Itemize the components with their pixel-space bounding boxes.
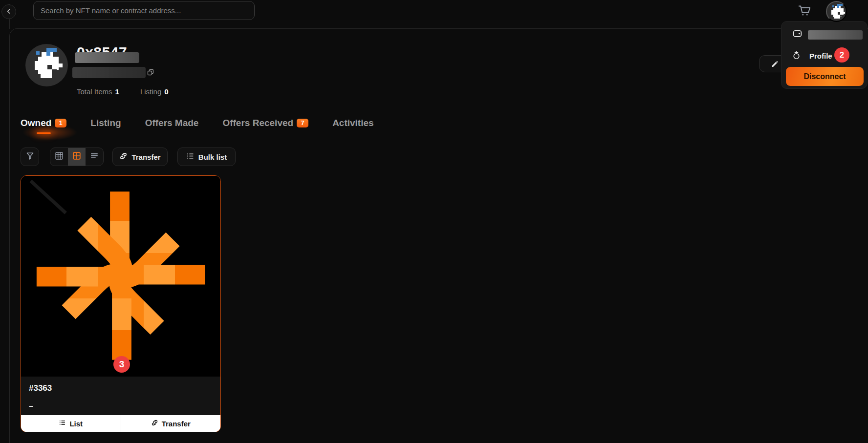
shopping-cart-icon (797, 12, 811, 20)
cart-button[interactable] (796, 3, 812, 20)
stat-value: 0 (164, 87, 168, 96)
transfer-button[interactable]: Transfer (112, 148, 168, 166)
profile-stats: Total Items1 Listing0 (77, 87, 169, 96)
tab-count-badge: 7 (297, 119, 308, 127)
tab-count-badge: 1 (55, 119, 66, 127)
view-large-grid-button[interactable] (68, 148, 86, 166)
view-list-button[interactable] (86, 148, 103, 166)
nft-price: – (29, 402, 213, 411)
stat-listing: Listing0 (140, 87, 169, 96)
stat-label: Total Items (77, 87, 112, 96)
tab-label: Listing (90, 118, 121, 128)
card-list-button[interactable]: List (21, 415, 121, 432)
profile-icon (793, 50, 802, 62)
nft-title: #3363 (29, 383, 213, 393)
active-tab-underline (37, 132, 51, 134)
profile-tabs: Owned 1 Listing Offers Made Offers Recei… (21, 118, 374, 128)
tab-label: Owned (21, 118, 51, 128)
nft-card-info: #3363 – (21, 377, 220, 415)
tab-label: Activities (332, 118, 373, 128)
tab-listing[interactable]: Listing (90, 118, 121, 128)
menu-item-profile-label: Profile (809, 52, 832, 60)
stat-total-items: Total Items1 (77, 87, 119, 96)
copy-address-button[interactable] (147, 69, 154, 77)
card-list-label: List (69, 420, 83, 428)
wallet-row[interactable] (792, 28, 803, 41)
tab-offers-made[interactable]: Offers Made (145, 118, 199, 128)
disconnect-button[interactable]: Disconnect (786, 67, 864, 86)
username-blur-overlay (75, 52, 139, 63)
stat-value: 1 (115, 87, 119, 96)
bulleted-list-icon (59, 419, 66, 428)
tab-activities[interactable]: Activities (332, 118, 373, 128)
transfer-button-label: Transfer (131, 153, 160, 161)
nft-image (21, 176, 220, 377)
filter-button[interactable] (21, 148, 39, 166)
search-bar (33, 1, 255, 20)
nft-card-actions: List Transfer (21, 415, 220, 432)
pencil-icon (770, 59, 779, 69)
address-blur-overlay (72, 67, 146, 78)
view-mode-toggle (50, 148, 104, 166)
tab-label: Offers Received (222, 118, 293, 128)
transfer-swap-icon (151, 419, 158, 428)
tab-owned[interactable]: Owned 1 (21, 118, 66, 128)
grid-2x2-icon (72, 151, 81, 162)
grid-3x3-icon (55, 151, 64, 162)
wallet-icon (792, 28, 803, 41)
transfer-swap-icon (119, 152, 128, 162)
card-transfer-button[interactable]: Transfer (121, 415, 221, 432)
tab-label: Offers Made (145, 118, 199, 128)
view-small-grid-button[interactable] (50, 148, 68, 166)
copy-icon (147, 70, 154, 77)
account-avatar-button[interactable] (826, 1, 847, 22)
wallet-address-blur (808, 30, 863, 40)
profile-notification-badge: 2 (834, 47, 849, 63)
bulleted-list-icon (186, 152, 195, 162)
nft-card[interactable]: 3 #3363 – List Transfer (21, 175, 221, 432)
bulk-list-button-label: Bulk list (198, 153, 227, 161)
bulk-list-button[interactable]: Bulk list (177, 148, 236, 166)
tab-offers-received[interactable]: Offers Received 7 (222, 118, 308, 128)
chevron-left-icon (5, 7, 13, 17)
search-input[interactable] (41, 6, 247, 15)
account-dropdown-menu: Profile 2 Disconnect (781, 21, 868, 89)
list-lines-icon (90, 151, 99, 162)
stat-label: Listing (140, 87, 161, 96)
card-transfer-label: Transfer (162, 420, 191, 428)
menu-item-profile[interactable]: Profile (793, 50, 861, 62)
profile-avatar (25, 44, 68, 86)
nft-count-badge: 3 (113, 356, 130, 373)
back-button[interactable] (1, 4, 16, 19)
filter-funnel-icon (25, 151, 35, 162)
